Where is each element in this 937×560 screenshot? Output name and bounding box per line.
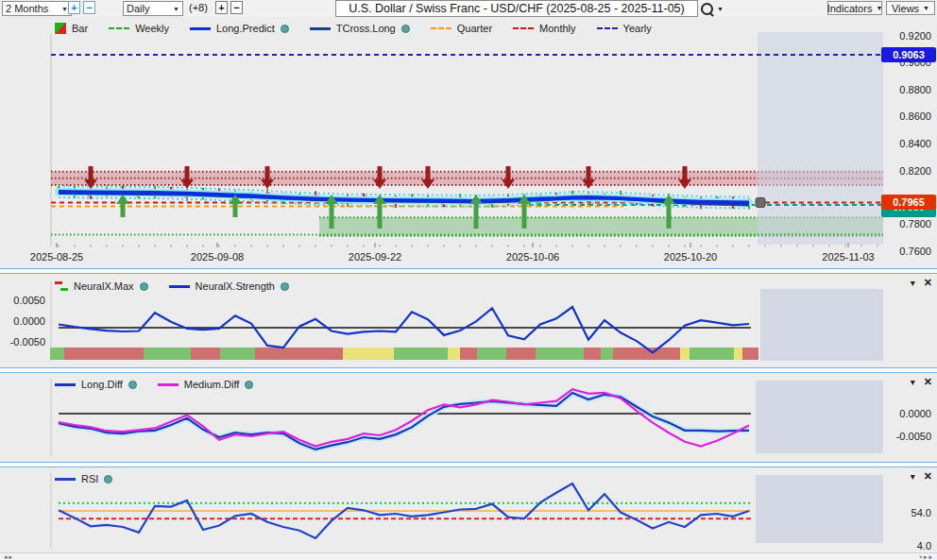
bottom-scrollbar[interactable]: ◂ ▸ ▪▸▸ <box>0 552 937 560</box>
range-zoom-in-button[interactable]: + <box>68 1 80 14</box>
neuralx-axis-label: -0.0050 <box>2 336 45 348</box>
date-axis-label: 2025-10-06 <box>506 251 559 263</box>
diff-legend-item-medium-diff[interactable]: Medium.Diff <box>158 379 253 390</box>
indicator-settings-dot[interactable] <box>104 475 112 484</box>
main-legend-item-bar[interactable]: Bar <box>55 23 88 34</box>
indicators-button[interactable]: Indicators ▼ <box>827 1 882 15</box>
panel-close-button[interactable]: ✕ <box>924 470 932 483</box>
indicator-panel-diff: Long.DiffMedium.Diff 0.0000-0.0050 ▾ ✕ <box>0 373 937 462</box>
main-legend-item-yearly[interactable]: Yearly <box>597 23 652 34</box>
price-axis-label: 0.9200 <box>886 30 931 42</box>
legend-label: Long.Predict <box>216 23 275 34</box>
panel-controls: ▾ ✕ <box>911 470 932 483</box>
line-swatch-icon <box>169 285 190 288</box>
yearly-price-badge: 0.9063 <box>881 47 936 62</box>
line-swatch-icon <box>513 27 534 29</box>
range-zoom-out-button[interactable]: − <box>83 1 95 14</box>
main-legend-item-weekly[interactable]: Weekly <box>109 23 169 34</box>
diff-legend-item-long-diff[interactable]: Long.Diff <box>55 379 137 390</box>
price-axis-label: 0.8600 <box>886 110 931 123</box>
scroll-left-controls[interactable]: ◂ ▸ <box>4 553 12 560</box>
neuralx-axis-label: 0.0000 <box>2 315 45 328</box>
interval-select[interactable]: Daily ▼ <box>123 1 183 16</box>
panel-close-button[interactable]: ✕ <box>924 376 932 388</box>
date-axis-label: 2025-10-20 <box>664 251 717 263</box>
search-icon[interactable] <box>701 3 713 15</box>
line-swatch-icon <box>431 27 451 29</box>
views-button[interactable]: Views ▼ <box>886 1 935 15</box>
bar-swatch-icon <box>55 23 66 34</box>
legend-label: TCross.Long <box>336 23 396 34</box>
main-legend-item-tcross-long[interactable]: TCross.Long <box>310 23 410 34</box>
indicator-settings-dot[interactable] <box>128 381 137 389</box>
diff-axis-label: 0.0000 <box>886 408 931 420</box>
diff-legend: Long.DiffMedium.Diff <box>55 379 253 390</box>
legend-label: Long.Diff <box>81 379 123 390</box>
price-chart-canvas[interactable] <box>0 17 937 268</box>
price-chart-panel: BarWeeklyLong.PredictTCross.LongQuarterM… <box>0 17 937 268</box>
rsi-legend-item-rsi[interactable]: RSI <box>55 473 112 484</box>
indicator-settings-dot[interactable] <box>245 381 253 389</box>
panel-collapse-button[interactable]: ▾ <box>911 377 915 387</box>
line-swatch-icon <box>109 27 129 29</box>
interval-select-value: Daily <box>127 3 149 14</box>
line-swatch-icon <box>597 27 618 29</box>
scroll-right-controls[interactable]: ▪▸▸ <box>919 553 934 560</box>
neuralx-legend-item-neuralx-strength[interactable]: NeuralX.Strength <box>169 280 289 292</box>
neuralx-max-swatch-icon <box>55 281 68 291</box>
panel-close-button[interactable]: ✕ <box>924 277 932 289</box>
app-window: 2 Months ▼ + − Daily ▼ (+8) + − U.S. Dol… <box>0 0 937 560</box>
main-legend-item-monthly[interactable]: Monthly <box>513 23 576 34</box>
indicator-panel-rsi: RSI 54.04.0 ▾ ✕ <box>0 467 937 552</box>
legend-label: Yearly <box>623 23 652 34</box>
line-swatch-icon <box>310 27 331 30</box>
neuralx-legend-item-neuralx-max[interactable]: NeuralX.Max <box>55 280 148 292</box>
main-legend-item-long-predict[interactable]: Long.Predict <box>190 23 289 34</box>
indicator-settings-dot[interactable] <box>401 25 410 33</box>
main-legend-item-quarter[interactable]: Quarter <box>431 23 492 34</box>
legend-label: Weekly <box>135 23 169 34</box>
date-axis-label: 2025-11-03 <box>822 251 874 263</box>
legend-label: RSI <box>81 473 98 484</box>
remove-bar-button[interactable]: − <box>230 1 243 14</box>
price-axis-label: 0.8400 <box>886 138 931 150</box>
rsi-canvas[interactable] <box>0 467 937 552</box>
range-select-value: 2 Months <box>6 3 48 14</box>
panel-controls: ▾ ✕ <box>911 277 932 289</box>
indicator-settings-dot[interactable] <box>281 25 289 33</box>
line-swatch-icon <box>55 383 76 386</box>
add-bar-button[interactable]: + <box>215 1 228 14</box>
price-axis-label: 0.8200 <box>886 165 931 178</box>
neuralx-legend: NeuralX.MaxNeuralX.Strength <box>55 280 289 292</box>
date-axis-label: 2025-09-22 <box>349 251 401 263</box>
panel-controls: ▾ ✕ <box>911 376 932 388</box>
search-caret-icon[interactable]: ▼ <box>717 6 724 12</box>
legend-label: Quarter <box>457 23 492 34</box>
price-axis-label: 0.7800 <box>886 218 931 230</box>
indicator-settings-dot[interactable] <box>281 282 289 291</box>
legend-label: NeuralX.Strength <box>196 280 275 292</box>
legend-label: Bar <box>72 23 88 34</box>
neuralx-axis-label: 0.0050 <box>2 295 45 307</box>
panel-collapse-button[interactable]: ▾ <box>911 278 915 288</box>
symbol-title-box[interactable]: U.S. Dollar / Swiss Franc - USD/CHF (202… <box>335 0 698 17</box>
toolbar: 2 Months ▼ + − Daily ▼ (+8) + − U.S. Dol… <box>0 0 937 19</box>
panel-collapse-button[interactable]: ▾ <box>911 471 915 482</box>
date-axis-label: 2025-08-25 <box>30 251 83 263</box>
range-select[interactable]: 2 Months ▼ <box>2 1 72 16</box>
chevron-down-icon: ▼ <box>876 5 882 11</box>
chevron-down-icon: ▼ <box>923 5 929 11</box>
line-swatch-icon <box>190 27 211 30</box>
legend-label: NeuralX.Max <box>74 280 134 292</box>
search-control[interactable]: ▼ <box>701 2 729 15</box>
forecast-offset-label: (+8) <box>189 2 208 13</box>
indicator-settings-dot[interactable] <box>140 282 148 291</box>
price-axis-label: 0.7600 <box>886 246 931 258</box>
legend-label: Medium.Diff <box>184 379 239 390</box>
price-chart-legend: BarWeeklyLong.PredictTCross.LongQuarterM… <box>55 23 652 34</box>
rsi-axis-label: 4.0 <box>886 540 931 552</box>
line-swatch-icon <box>158 383 179 386</box>
legend-label: Monthly <box>539 23 576 34</box>
rsi-axis-label: 54.0 <box>886 507 931 519</box>
date-axis-label: 2025-09-08 <box>191 251 244 263</box>
